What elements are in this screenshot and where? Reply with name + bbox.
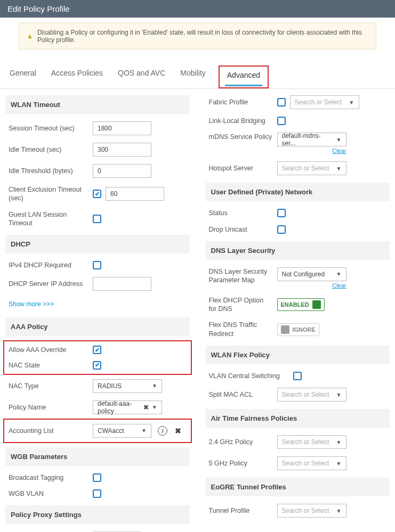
chevron-down-icon: ▼ [336, 137, 342, 143]
label-vlan-central: VLAN Central Switching [209, 372, 289, 380]
show-more-link[interactable]: Show more >>> [5, 295, 190, 313]
label-fabric-profile: Fabric Profile [209, 98, 273, 107]
select-hotspot-placeholder: Search or Select [282, 165, 329, 172]
clear-mdns-link[interactable]: Clear [277, 148, 346, 154]
select-split-mac-placeholder: Search or Select [282, 391, 329, 398]
label-status: Status [209, 209, 273, 217]
select-24ghz[interactable]: Search or Select ▼ [277, 435, 346, 449]
checkbox-allow-aaa[interactable] [93, 346, 101, 354]
checkbox-guest-lan[interactable] [93, 215, 101, 223]
select-policy-name[interactable]: default-aaa-policy ✖ ▼ [93, 400, 162, 414]
select-tunnel[interactable]: Search or Select ▼ [277, 504, 346, 518]
tab-advanced-highlight: Advanced [219, 66, 269, 88]
input-dhcp-server[interactable] [93, 277, 151, 291]
row-link-local: Link-Local Bridging [206, 113, 390, 128]
select-accounting-list[interactable]: CWAacct ▼ [93, 424, 151, 438]
tab-access-policies[interactable]: Access Policies [49, 66, 105, 88]
info-icon[interactable]: i [158, 426, 167, 436]
chevron-down-icon: ▼ [336, 439, 342, 445]
row-allow-aaa: Allow AAA Override [5, 342, 190, 357]
section-dns-security: DNS Layer Security [206, 241, 390, 260]
highlight-aaa-override: Allow AAA Override NAC State [3, 340, 192, 375]
tab-mobility[interactable]: Mobility [178, 66, 207, 88]
select-fabric-placeholder: Search or Select [295, 99, 342, 106]
section-wgb: WGB Parameters [5, 447, 190, 466]
section-dhcp: DHCP [5, 235, 190, 253]
checkbox-fabric-profile[interactable] [277, 98, 286, 107]
checkbox-vlan-central[interactable] [293, 372, 302, 380]
row-tunnel: Tunnel Profile Search or Select ▼ [206, 501, 390, 521]
row-session-timeout: Session Timeout (sec) [5, 118, 190, 138]
label-dhcp-server: DHCP Server IP Address [9, 280, 88, 288]
row-flex-dhcp: Flex DHCP Option for DNS ENABLED [206, 293, 390, 317]
checkbox-broadcast-tagging[interactable] [93, 473, 101, 482]
checkbox-nac-state[interactable] [93, 361, 101, 370]
select-dns-param-value: Not Configured [282, 271, 325, 278]
input-idle-threshold[interactable] [93, 164, 151, 178]
row-idle-threshold: Idle Threshold (bytes) [5, 161, 190, 181]
chevron-down-icon: ▼ [141, 428, 147, 433]
section-wlan-flex: WLAN Flex Policy [206, 346, 390, 364]
checkbox-drop-unicast[interactable] [277, 225, 286, 234]
row-status: Status [206, 206, 390, 220]
select-hotspot[interactable]: Search or Select ▼ [277, 161, 346, 175]
dialog-header: Edit Policy Profile [0, 0, 395, 18]
remove-icon[interactable]: ✖ [175, 427, 181, 435]
tab-general[interactable]: General [7, 66, 38, 88]
section-wlan-timeout: WLAN Timeout [5, 95, 190, 114]
label-hotspot: Hotspot Server [209, 164, 273, 173]
label-ipv4-required: IPv4 DHCP Required [9, 261, 88, 269]
checkbox-client-exclusion[interactable] [93, 190, 101, 198]
select-mdns[interactable]: default-mdns-ser... ▼ [277, 133, 346, 146]
content-area: WLAN Timeout Session Timeout (sec) Idle … [0, 89, 395, 532]
row-guest-lan: Guest LAN Session Timeout [5, 207, 190, 231]
label-link-local: Link-Local Bridging [209, 117, 273, 125]
mdns-control-group: default-mdns-ser... ▼ Clear [277, 133, 346, 154]
clear-x-icon[interactable]: ✖ [143, 404, 149, 411]
row-24ghz: 2.4 GHz Policy Search or Select ▼ [206, 432, 390, 452]
toggle-flex-dns[interactable]: IGNORE [277, 323, 319, 336]
section-aaa-policy: AAA Policy [5, 317, 190, 336]
chevron-down-icon: ▼ [336, 271, 342, 277]
select-split-mac[interactable]: Search or Select ▼ [277, 388, 346, 402]
select-accounting-list-value: CWAacct [98, 427, 124, 435]
row-wgb-vlan: WGB VLAN [5, 486, 190, 501]
input-idle-timeout[interactable] [93, 143, 151, 157]
chevron-down-icon: ▼ [336, 508, 342, 514]
label-drop-unicast: Drop Unicast [209, 225, 273, 234]
checkbox-ipv4-required[interactable] [93, 261, 101, 269]
select-24ghz-placeholder: Search or Select [282, 438, 329, 446]
select-fabric-profile[interactable]: Search or Select ▼ [290, 95, 359, 109]
checkbox-wgb-vlan[interactable] [93, 489, 101, 498]
input-client-exclusion[interactable] [106, 187, 164, 201]
label-24ghz: 2.4 GHz Policy [209, 438, 273, 446]
toggle-flex-dhcp[interactable]: ENABLED [277, 298, 325, 311]
section-atf: Air Time Fairness Policies [206, 409, 390, 428]
row-nac-state: NAC State [5, 358, 190, 373]
right-column: Fabric Profile Search or Select ▼ Link-L… [206, 92, 390, 532]
label-accounting-list: Accounting List [9, 427, 88, 435]
row-nac-type: NAC Type RADIUS ▼ [5, 376, 190, 396]
row-5ghz: 5 GHz Policy Search or Select ▼ [206, 453, 390, 473]
select-mdns-value: default-mdns-ser... [282, 132, 333, 147]
label-nac-state: NAC State [9, 361, 88, 370]
section-proxy: Policy Proxy Settings [5, 505, 190, 524]
tab-advanced[interactable]: Advanced [225, 68, 262, 86]
checkbox-link-local[interactable] [277, 117, 286, 125]
input-session-timeout[interactable] [93, 121, 151, 135]
section-udn: User Defined (Private) Network [206, 183, 390, 201]
label-session-timeout: Session Timeout (sec) [9, 124, 88, 133]
tab-qos-avc[interactable]: QOS and AVC [116, 66, 167, 88]
select-dns-param[interactable]: Not Configured ▼ [277, 267, 346, 281]
clear-dns-link[interactable]: Clear [277, 282, 346, 289]
select-nac-type[interactable]: RADIUS ▼ [93, 379, 162, 393]
toggle-switch-icon [312, 300, 321, 309]
select-5ghz[interactable]: Search or Select ▼ [277, 456, 346, 470]
toggle-switch-icon [281, 325, 289, 334]
row-idle-timeout: Idle Timeout (sec) [5, 140, 190, 160]
label-idle-timeout: Idle Timeout (sec) [9, 145, 88, 154]
row-flex-dns: Flex DNS Traffic Redirect IGNORE [206, 317, 390, 341]
checkbox-status[interactable] [277, 209, 286, 217]
row-broadcast-tagging: Broadcast Tagging [5, 470, 190, 485]
row-ipv4-required: IPv4 DHCP Required [5, 258, 190, 273]
